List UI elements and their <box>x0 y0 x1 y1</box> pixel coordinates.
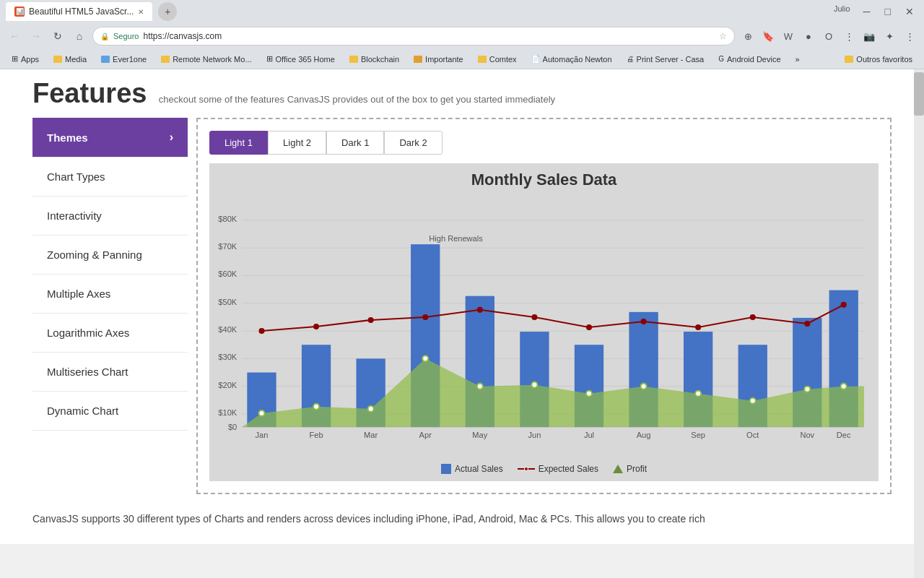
bookmark-apps[interactable]: ⊞ Apps <box>6 51 45 67</box>
sidebar-item-multiseries[interactable]: Multiseries Chart <box>32 353 188 392</box>
ext-icon-6[interactable]: ⋮ <box>840 27 858 45</box>
legend-label-expected: Expected Sales <box>539 464 598 474</box>
apps-icon: ⊞ <box>12 54 18 64</box>
svg-text:Oct: Oct <box>746 431 759 439</box>
ext-icon-2[interactable]: 🔖 <box>759 27 777 45</box>
folder-icon <box>53 56 62 63</box>
user-name: Julio <box>834 4 850 19</box>
bookmark-android[interactable]: G Android Device <box>712 51 786 67</box>
svg-point-48 <box>586 324 592 330</box>
bookmark-outros[interactable]: Outros favoritos <box>839 51 918 67</box>
scrollbar[interactable] <box>914 69 924 578</box>
folder-icon <box>161 56 170 63</box>
tab-close-button[interactable]: ✕ <box>138 8 144 16</box>
sidebar-item-interactivity[interactable]: Interactivity <box>32 197 188 236</box>
back-button[interactable]: ← <box>6 27 23 45</box>
svg-point-51 <box>750 314 756 320</box>
new-tab-button[interactable]: + <box>158 2 177 21</box>
menu-button[interactable]: ⋮ <box>901 27 918 45</box>
svg-point-32 <box>368 406 374 412</box>
bookmark-media[interactable]: Media <box>48 51 92 67</box>
bookmark-importante[interactable]: Importante <box>408 51 469 67</box>
star-icon[interactable]: ☆ <box>719 31 727 41</box>
folder-icon <box>845 56 853 63</box>
bookmark-label: Comtex <box>489 55 517 64</box>
features-header: Features checkout some of the features C… <box>0 69 924 118</box>
bookmark-office365[interactable]: ⊞ Office 365 Home <box>261 51 341 67</box>
bookmark-label: Ever1one <box>113 55 147 64</box>
legend-label-profit: Profit <box>627 464 647 474</box>
ext-icon-4[interactable]: ● <box>800 27 817 45</box>
ext-icon-7[interactable]: 📷 <box>860 27 878 45</box>
svg-point-43 <box>313 324 319 329</box>
refresh-button[interactable]: ↻ <box>49 27 66 45</box>
folder-icon <box>478 56 487 63</box>
browser-chrome: 📊 Beautiful HTML5 JavaScr... ✕ + Julio ─… <box>0 0 924 69</box>
close-button[interactable]: ✕ <box>901 4 918 19</box>
svg-point-45 <box>422 314 428 320</box>
ext-icon-8[interactable]: ✦ <box>881 27 898 45</box>
sidebar-item-logarithmic[interactable]: Logarithmic Axes <box>32 314 188 353</box>
ext-icon-1[interactable]: ⊕ <box>739 27 757 45</box>
browser-tab[interactable]: 📊 Beautiful HTML5 JavaScr... ✕ <box>6 2 152 21</box>
svg-point-33 <box>422 355 428 361</box>
chart-title: Monthly Sales Data <box>217 171 871 189</box>
theme-tab-light1[interactable]: Light 1 <box>209 131 268 155</box>
chart-container: Monthly Sales Data $80K $70K $60K $50K $… <box>209 163 879 481</box>
svg-text:Jan: Jan <box>256 431 269 439</box>
folder-icon <box>349 56 358 63</box>
bookmark-print-server[interactable]: 🖨 Print Server - Casa <box>621 51 710 67</box>
svg-point-38 <box>695 391 701 397</box>
maximize-button[interactable]: □ <box>881 4 895 19</box>
svg-text:$40K: $40K <box>218 325 237 334</box>
svg-text:Jun: Jun <box>528 431 541 439</box>
folder-icon <box>414 56 422 63</box>
ext-icon-3[interactable]: W <box>780 27 797 45</box>
office-icon: ⊞ <box>266 54 273 64</box>
theme-tab-light2[interactable]: Light 2 <box>268 131 326 155</box>
home-button[interactable]: ⌂ <box>71 27 88 45</box>
bookmark-everone[interactable]: Ever1one <box>95 51 152 67</box>
svg-point-52 <box>804 321 810 327</box>
svg-point-46 <box>477 307 483 313</box>
svg-point-44 <box>368 317 374 323</box>
sidebar-item-chart-types[interactable]: Chart Types <box>32 158 188 197</box>
theme-tab-dark1[interactable]: Dark 1 <box>326 131 384 155</box>
svg-text:$60K: $60K <box>218 269 237 278</box>
nav-bar: ← → ↻ ⌂ 🔒 Seguro https://canvasjs.com ☆ … <box>0 23 924 49</box>
sidebar-arrow-icon: › <box>170 131 173 144</box>
svg-point-47 <box>531 314 537 320</box>
tab-title: Beautiful HTML5 JavaScr... <box>29 7 134 17</box>
svg-text:High Renewals: High Renewals <box>429 234 483 243</box>
svg-text:Sep: Sep <box>691 431 705 439</box>
minimize-button[interactable]: ─ <box>859 4 875 19</box>
chart-svg: $80K $70K $60K $50K $40K $30K $20K $10K … <box>217 195 871 455</box>
theme-tab-dark2[interactable]: Dark 2 <box>384 131 442 155</box>
svg-point-49 <box>641 319 647 324</box>
legend-triangle-profit <box>613 465 623 473</box>
forward-button[interactable]: → <box>27 27 45 45</box>
main-layout: Themes › Chart Types Interactivity Zoomi… <box>0 118 924 494</box>
sidebar-item-themes[interactable]: Themes › <box>32 118 188 158</box>
sidebar-item-dynamic[interactable]: Dynamic Chart <box>32 392 188 431</box>
sidebar-item-label: Chart Types <box>47 171 105 183</box>
page-icon: 🖨 <box>627 55 634 63</box>
scrollbar-thumb[interactable] <box>914 72 924 116</box>
sidebar: Themes › Chart Types Interactivity Zoomi… <box>32 118 188 494</box>
bookmark-remote-network[interactable]: Remote Network Mo... <box>155 51 257 67</box>
bookmark-comtex[interactable]: Comtex <box>472 51 523 67</box>
folder-icon <box>101 56 110 63</box>
ext-icon-5[interactable]: O <box>820 27 837 45</box>
bookmarks-bar: ⊞ Apps Media Ever1one Remote Network Mo.… <box>0 49 924 69</box>
sidebar-item-zooming[interactable]: Zooming & Panning <box>32 236 188 275</box>
bookmark-blockchain[interactable]: Blockchain <box>344 51 405 67</box>
window-controls: Julio ─ □ ✕ <box>834 4 918 19</box>
svg-point-37 <box>641 384 647 389</box>
address-bar[interactable]: 🔒 Seguro https://canvasjs.com ☆ <box>92 27 735 46</box>
bookmark-automacao[interactable]: 📄 Automação Newton <box>526 51 618 67</box>
svg-point-40 <box>804 387 810 392</box>
tab-favicon: 📊 <box>14 7 25 17</box>
bookmark-more[interactable]: » <box>790 51 806 67</box>
sidebar-item-label: Dynamic Chart <box>47 405 118 417</box>
sidebar-item-multiple-axes[interactable]: Multiple Axes <box>32 275 188 314</box>
